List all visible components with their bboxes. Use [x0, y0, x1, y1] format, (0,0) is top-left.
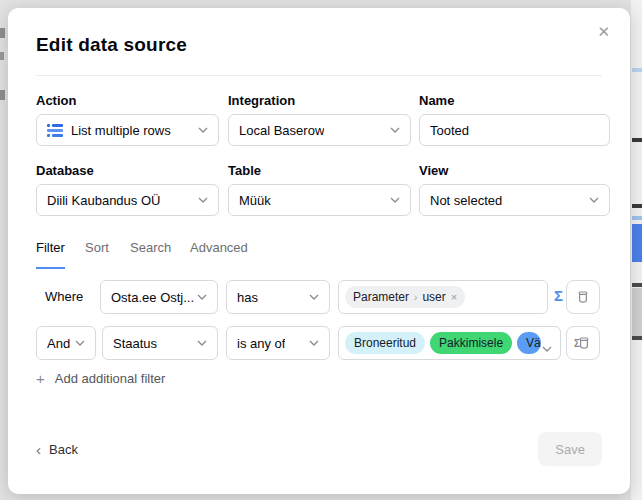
name-value: Tooted [430, 123, 469, 138]
view-label: View [419, 163, 448, 178]
filter1-condition-select[interactable]: has [226, 280, 330, 314]
filter2-field-value: Staatus [113, 336, 157, 351]
chevron-down-icon [198, 197, 208, 203]
status-badge: Broneeritud [345, 332, 425, 354]
chevron-down-icon [390, 197, 400, 203]
chevron-down-icon [198, 127, 208, 133]
chevron-down-icon [589, 197, 599, 203]
database-value: Diili Kaubandus OÜ [47, 193, 160, 208]
view-value: Not selected [430, 193, 502, 208]
filter-where-label: Where [45, 289, 83, 304]
filter2-operator-value: And [47, 336, 70, 351]
sigma-icon: Σ [574, 338, 580, 349]
view-select[interactable]: Not selected [419, 184, 610, 216]
chevron-down-icon [197, 294, 207, 300]
chip-group: Parameter [353, 290, 409, 304]
background-page-fragment [632, 224, 642, 262]
title-divider [36, 75, 602, 76]
filter2-delete-button[interactable]: Σ [566, 326, 600, 360]
filter2-value-input[interactable]: Broneeritud Pakkimisele Vä [338, 326, 561, 360]
add-additional-filter-button[interactable]: + Add additional filter [36, 370, 165, 387]
parameter-chip[interactable]: Parameter › user × [345, 286, 465, 308]
background-page-fragment [632, 216, 642, 220]
filter1-field-value: Osta.ee Ostj... [111, 290, 194, 305]
filter2-operator-select[interactable]: And [36, 326, 96, 360]
filter2-condition-value: is any of [237, 336, 285, 351]
chevron-down-icon [75, 340, 85, 346]
list-rows-icon [47, 124, 63, 137]
action-label: Action [36, 93, 76, 108]
close-icon[interactable]: ✕ [593, 20, 614, 43]
chevron-down-icon [390, 127, 400, 133]
action-select[interactable]: List multiple rows [36, 114, 219, 146]
background-page-fragment [0, 52, 4, 60]
action-value: List multiple rows [71, 123, 171, 138]
chevron-right-icon: › [414, 292, 417, 303]
status-badge: Pakkimisele [430, 332, 512, 354]
chevron-left-icon: ‹ [36, 441, 41, 458]
database-label: Database [36, 163, 94, 178]
filter2-condition-select[interactable]: is any of [226, 326, 330, 360]
background-page-fragment [0, 28, 5, 38]
integration-value: Local Baserow [239, 123, 324, 138]
background-page-fragment [0, 90, 5, 100]
name-input[interactable]: Tooted [419, 114, 610, 146]
back-button[interactable]: ‹ Back [36, 441, 78, 458]
database-select[interactable]: Diili Kaubandus OÜ [36, 184, 219, 216]
filter1-field-select[interactable]: Osta.ee Ostj... [100, 280, 218, 314]
plus-icon: + [36, 370, 45, 387]
filter1-value-input[interactable]: Parameter › user × [338, 280, 548, 314]
edit-data-source-modal: ✕ Edit data source Action Integration Na… [8, 8, 630, 494]
tab-search[interactable]: Search [130, 240, 171, 267]
filter2-field-select[interactable]: Staatus [102, 326, 218, 360]
background-page-fragment [632, 336, 642, 340]
trash-icon [575, 289, 591, 305]
chevron-down-icon [542, 340, 552, 355]
chip-remove-icon[interactable]: × [451, 291, 457, 303]
tab-sort[interactable]: Sort [85, 240, 109, 267]
table-value: Müük [239, 193, 271, 208]
filter1-condition-value: has [237, 290, 258, 305]
background-page-fragment [632, 68, 642, 72]
chip-item: user [422, 290, 445, 304]
background-page-fragment [632, 288, 642, 336]
background-page-fragment [632, 283, 642, 287]
chevron-down-icon [197, 340, 207, 346]
back-label: Back [49, 442, 78, 457]
table-label: Table [228, 163, 261, 178]
tab-advanced[interactable]: Advanced [190, 240, 248, 267]
chevron-down-icon [309, 294, 319, 300]
modal-title: Edit data source [36, 34, 187, 56]
integration-label: Integration [228, 93, 295, 108]
add-filter-label: Add additional filter [55, 371, 166, 386]
tab-filter[interactable]: Filter [36, 240, 65, 269]
name-label: Name [419, 93, 454, 108]
chevron-down-icon [309, 340, 319, 346]
formula-sigma-icon[interactable]: Σ [554, 287, 563, 304]
integration-select[interactable]: Local Baserow [228, 114, 411, 146]
screen: ✕ Edit data source Action Integration Na… [0, 0, 642, 500]
background-page-fragment [632, 204, 642, 208]
status-badge: Vä [517, 332, 541, 354]
background-page-fragment [632, 138, 642, 142]
filter1-delete-button[interactable] [566, 280, 600, 314]
save-button[interactable]: Save [538, 432, 602, 466]
table-select[interactable]: Müük [228, 184, 411, 216]
